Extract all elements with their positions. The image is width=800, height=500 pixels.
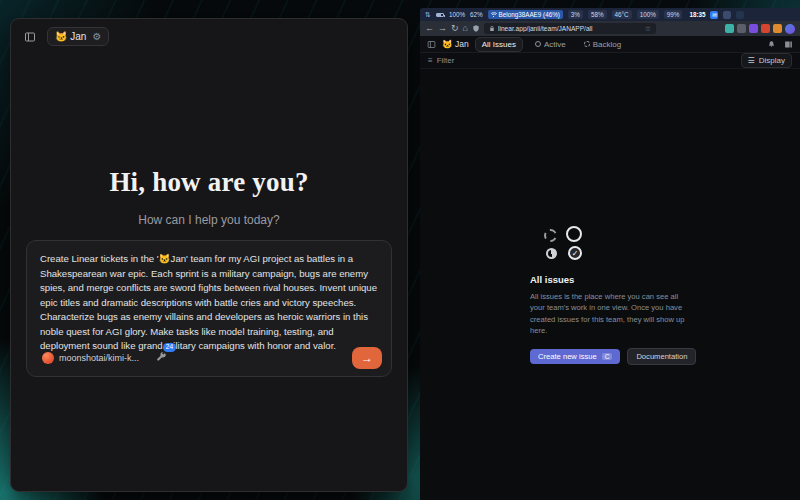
jan-titlebar: 🐱 Jan ⚙ xyxy=(21,27,109,46)
linear-sidebar-toggle-icon[interactable] xyxy=(427,40,436,49)
send-arrow-icon: → xyxy=(361,351,373,365)
tab-active-label: Active xyxy=(544,40,566,49)
system-status-bar: ⇅ 100% 62% Belong38AAE9 (46%) 3% 58% 46°… xyxy=(420,8,800,21)
extension-icon-5[interactable] xyxy=(773,24,782,33)
battery-percent: 100% xyxy=(449,11,465,18)
all-issues-empty-state: ✓ All issues All issues is the place whe… xyxy=(530,226,705,365)
back-button[interactable]: ← xyxy=(425,24,434,33)
browser-toolbar: ← → ↻ ⌂ linear.app/janii/team/JANAPP/all… xyxy=(420,21,800,36)
notifications-bell-icon[interactable] xyxy=(767,40,776,49)
extension-icon-1[interactable] xyxy=(725,24,734,33)
linear-topbar-right xyxy=(767,40,793,49)
tools-button[interactable]: 24 xyxy=(155,349,167,367)
metric-100: 100% xyxy=(637,10,659,19)
wifi-network-pill[interactable]: Belong38AAE9 (46%) xyxy=(488,10,563,19)
todo-circle-icon xyxy=(566,226,582,242)
team-selector-label: 🐱 Jan xyxy=(55,31,86,42)
empty-state-description: All issues is the place where you can se… xyxy=(530,291,690,337)
updown-arrows-icon: ⇅ xyxy=(425,11,431,19)
profile-avatar[interactable] xyxy=(785,24,795,34)
home-button[interactable]: ⌂ xyxy=(463,24,468,33)
wrench-icon xyxy=(155,351,167,363)
model-provider-icon xyxy=(42,352,54,364)
gear-icon[interactable]: ⚙ xyxy=(92,31,101,42)
lock-icon xyxy=(489,25,495,32)
tray-icon-1[interactable] xyxy=(723,11,731,19)
desktop: 🐱 Jan ⚙ Hi, how are you? How can I help … xyxy=(0,0,800,500)
secondary-percent: 62% xyxy=(470,11,483,18)
filter-icon: ≡ xyxy=(428,56,433,65)
tab-active[interactable]: Active xyxy=(529,38,572,51)
tab-all-issues[interactable]: All Issues xyxy=(475,37,523,52)
network-name: Belong38AAE9 (46%) xyxy=(499,11,560,18)
extension-icon-3[interactable] xyxy=(749,24,758,33)
display-icon: ☰ xyxy=(748,56,755,65)
shortcut-keycap: C xyxy=(602,353,613,360)
linear-team-label[interactable]: 🐱 Jan xyxy=(442,39,469,49)
prompt-input-text[interactable]: Create Linear tickets in the '🐱Jan' team… xyxy=(40,252,378,354)
clock: 18:35 xyxy=(689,11,705,18)
wifi-icon xyxy=(491,12,497,17)
forward-button[interactable]: → xyxy=(438,24,447,33)
tab-all-issues-label: All Issues xyxy=(482,40,516,49)
temperature: 46°C xyxy=(612,10,632,19)
address-bar[interactable]: linear.app/janii/team/JANAPP/all ☆ xyxy=(484,23,656,34)
browser-window: ⇅ 100% 62% Belong38AAE9 (46%) 3% 58% 46°… xyxy=(420,8,800,500)
extensions-row xyxy=(725,24,795,34)
extension-icon-4[interactable] xyxy=(761,24,770,33)
backlog-status-icon xyxy=(584,41,590,47)
team-selector-chip[interactable]: 🐱 Jan ⚙ xyxy=(47,27,109,46)
extension-icon-2[interactable] xyxy=(737,24,746,33)
jan-welcome-block: Hi, how are you? How can I help you toda… xyxy=(11,167,407,227)
tray-icon-2[interactable] xyxy=(736,11,744,19)
mail-tray-icon[interactable]: ✉ xyxy=(710,11,718,19)
side-panel-icon[interactable] xyxy=(784,40,793,49)
metric-3: 3% xyxy=(568,10,583,19)
tools-count-badge: 24 xyxy=(163,343,176,352)
model-selector[interactable]: moonshotai/kimi-k... xyxy=(36,349,145,367)
linear-page: 🐱 Jan All Issues Active Backlog xyxy=(420,36,800,500)
display-button[interactable]: ☰ Display xyxy=(741,53,792,68)
empty-state-title: All issues xyxy=(530,274,705,285)
prompt-input-card[interactable]: Create Linear tickets in the '🐱Jan' team… xyxy=(26,240,392,377)
sidebar-toggle-icon[interactable] xyxy=(21,28,39,46)
greeting-subtitle: How can I help you today? xyxy=(11,213,407,227)
issue-status-icons: ✓ xyxy=(544,226,592,264)
greeting-title: Hi, how are you? xyxy=(11,167,407,198)
filter-label: Filter xyxy=(437,56,455,65)
linear-filter-bar: ≡ Filter ☰ Display xyxy=(420,53,800,69)
shield-icon[interactable] xyxy=(472,24,480,33)
empty-state-actions: Create new issue C Documentation xyxy=(530,348,705,365)
done-check-icon: ✓ xyxy=(568,246,582,260)
tab-backlog-label: Backlog xyxy=(593,40,621,49)
url-text: linear.app/janii/team/JANAPP/all xyxy=(498,25,593,32)
bookmark-star-icon[interactable]: ☆ xyxy=(645,25,651,33)
active-status-icon xyxy=(535,41,541,47)
battery-icon xyxy=(436,13,444,17)
reload-button[interactable]: ↻ xyxy=(451,24,459,33)
metric-99: 99% xyxy=(664,10,683,19)
prompt-actions-row: moonshotai/kimi-k... 24 → xyxy=(36,347,382,369)
display-label: Display xyxy=(759,56,785,65)
linear-topbar: 🐱 Jan All Issues Active Backlog xyxy=(420,36,800,53)
backlog-circle-icon xyxy=(544,229,557,242)
jan-app-window: 🐱 Jan ⚙ Hi, how are you? How can I help … xyxy=(10,18,408,492)
metric-58: 58% xyxy=(588,10,607,19)
tab-backlog[interactable]: Backlog xyxy=(578,38,627,51)
in-progress-circle-icon xyxy=(546,248,557,259)
send-button[interactable]: → xyxy=(352,347,382,369)
create-new-issue-button[interactable]: Create new issue C xyxy=(530,349,620,364)
create-new-issue-label: Create new issue xyxy=(538,352,597,361)
filter-button[interactable]: ≡ Filter xyxy=(428,56,454,65)
documentation-button[interactable]: Documentation xyxy=(627,348,696,365)
model-selector-label: moonshotai/kimi-k... xyxy=(59,353,139,363)
